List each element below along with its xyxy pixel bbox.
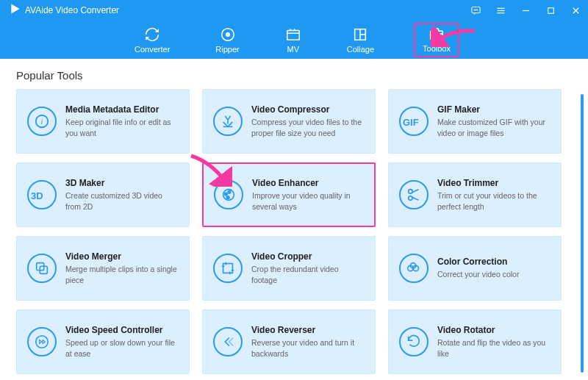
svg-text:GIF: GIF xyxy=(403,117,419,128)
card-text: 3D MakerCreate customized 3D video from … xyxy=(65,178,179,211)
card-text: Video ReverserReverse your video and tur… xyxy=(251,325,365,358)
window-controls xyxy=(467,2,584,18)
svg-text:3D: 3D xyxy=(31,190,43,201)
card-desc: Keep original file info or edit as you w… xyxy=(65,117,179,137)
feedback-button[interactable] xyxy=(467,2,484,18)
nav-ripper[interactable]: Ripper xyxy=(209,24,245,57)
card-desc: Rotate and flip the video as you like xyxy=(437,337,551,358)
video-enhancer-icon xyxy=(214,180,243,209)
tool-card-3d-maker[interactable]: 3D3D MakerCreate customized 3D video fro… xyxy=(16,162,190,227)
svg-text:i: i xyxy=(40,117,43,126)
maximize-button[interactable] xyxy=(542,2,559,18)
nav-collage[interactable]: Collage xyxy=(341,24,380,57)
card-title: GIF Maker xyxy=(437,104,551,115)
svg-rect-9 xyxy=(548,7,553,13)
nav-label: MV xyxy=(287,45,299,54)
video-rotator-icon xyxy=(399,327,429,356)
app-logo: AVAide Video Converter xyxy=(4,3,119,18)
section-title: Popular Tools xyxy=(16,69,572,82)
tool-card-color-correction[interactable]: Color CorrectionCorrect your video color xyxy=(388,236,562,301)
card-desc: Improve your video quality in several wa… xyxy=(252,190,364,211)
minimize-button[interactable] xyxy=(517,2,534,18)
svg-point-30 xyxy=(409,196,413,201)
tools-grid: iMedia Metadata EditorKeep original file… xyxy=(16,89,572,374)
window-header: AVAide Video Converter C xyxy=(0,0,588,59)
card-title: Video Rotator xyxy=(437,325,551,335)
card-text: Video EnhancerImprove your video quality… xyxy=(252,178,364,211)
nav-toolbox[interactable]: Toolbox xyxy=(414,23,459,57)
card-text: Video RotatorRotate and flip the video a… xyxy=(437,325,551,358)
card-title: Video Speed Controller xyxy=(65,325,179,335)
card-title: Video Trimmer xyxy=(437,178,551,188)
tool-card-video-compressor[interactable]: Video CompressorCompress your video file… xyxy=(202,89,376,154)
video-reverser-icon xyxy=(213,327,243,356)
card-desc: Correct your video color xyxy=(437,269,519,279)
tool-card-video-reverser[interactable]: Video ReverserReverse your video and tur… xyxy=(202,309,376,374)
svg-marker-0 xyxy=(12,5,18,13)
card-desc: Create customized 3D video from 2D xyxy=(65,190,179,211)
svg-point-28 xyxy=(226,196,229,199)
tool-card-media-metadata-editor[interactable]: iMedia Metadata EditorKeep original file… xyxy=(16,89,190,154)
tool-card-video-merger[interactable]: Video MergerMerge multiple clips into a … xyxy=(16,236,190,301)
converter-icon xyxy=(144,26,160,43)
card-title: Video Reverser xyxy=(251,325,365,335)
card-title: Color Correction xyxy=(437,257,519,267)
card-title: Media Metadata Editor xyxy=(65,104,179,115)
nav-label: Converter xyxy=(135,45,170,54)
card-desc: Reverse your video and turn it backwards xyxy=(251,337,365,358)
collage-icon xyxy=(352,26,368,43)
svg-rect-35 xyxy=(223,264,233,273)
svg-point-13 xyxy=(226,32,229,36)
app-title: AVAide Video Converter xyxy=(25,5,119,15)
menu-button[interactable] xyxy=(492,2,509,18)
card-desc: Merge multiple clips into a single piece xyxy=(65,264,179,284)
color-correction-icon xyxy=(399,254,429,283)
tool-card-gif-maker[interactable]: GIFGIF MakerMake customized GIF with you… xyxy=(388,89,562,154)
gif-maker-icon: GIF xyxy=(399,107,429,136)
tool-card-video-cropper[interactable]: Video CropperCrop the redundant video fo… xyxy=(202,236,376,301)
card-desc: Compress your video files to the proper … xyxy=(251,117,365,137)
svg-line-32 xyxy=(412,197,419,200)
card-text: Video TrimmerTrim or cut your videos to … xyxy=(437,178,551,211)
card-desc: Make customized GIF with your video or i… xyxy=(437,117,551,137)
card-desc: Speed up or slow down your file at ease xyxy=(65,337,179,358)
tool-card-video-speed-controller[interactable]: Video Speed ControllerSpeed up or slow d… xyxy=(16,309,190,374)
close-button[interactable] xyxy=(567,2,584,18)
svg-rect-18 xyxy=(431,31,443,39)
scrollbar[interactable] xyxy=(581,94,584,373)
card-text: Video Speed ControllerSpeed up or slow d… xyxy=(65,325,179,358)
video-speed-controller-icon xyxy=(27,327,57,356)
tool-card-video-trimmer[interactable]: Video TrimmerTrim or cut your videos to … xyxy=(388,162,562,227)
video-cropper-icon xyxy=(213,254,243,283)
ripper-icon xyxy=(220,26,236,43)
svg-point-4 xyxy=(476,10,477,10)
tool-card-video-rotator[interactable]: Video RotatorRotate and flip the video a… xyxy=(388,309,562,374)
tool-card-video-enhancer[interactable]: Video EnhancerImprove your video quality… xyxy=(202,162,376,227)
nav-converter[interactable]: Converter xyxy=(129,24,176,57)
card-title: Video Cropper xyxy=(251,251,365,262)
card-text: Media Metadata EditorKeep original file … xyxy=(65,104,179,137)
svg-rect-14 xyxy=(287,30,299,40)
svg-point-3 xyxy=(476,10,476,10)
svg-line-31 xyxy=(412,190,419,193)
titlebar: AVAide Video Converter xyxy=(0,0,588,21)
svg-point-29 xyxy=(409,190,413,194)
card-title: Video Compressor xyxy=(251,104,365,115)
nav-label: Collage xyxy=(347,45,374,54)
mv-icon xyxy=(285,26,301,43)
video-compressor-icon xyxy=(213,107,243,136)
video-trimmer-icon xyxy=(399,180,429,209)
card-title: Video Enhancer xyxy=(252,178,364,188)
content-area: Popular Tools iMedia Metadata EditorKeep… xyxy=(0,59,588,380)
nav-label: Toolbox xyxy=(423,44,451,53)
nav-mv[interactable]: MV xyxy=(279,24,307,57)
card-desc: Crop the redundant video footage xyxy=(251,264,365,284)
card-title: Video Merger xyxy=(65,251,179,262)
card-title: 3D Maker xyxy=(65,178,179,188)
card-text: Video CropperCrop the redundant video fo… xyxy=(251,251,365,284)
play-logo-icon xyxy=(9,3,21,18)
card-text: Video CompressorCompress your video file… xyxy=(251,104,365,137)
card-text: GIF MakerMake customized GIF with your v… xyxy=(437,104,551,137)
card-text: Video MergerMerge multiple clips into a … xyxy=(65,251,179,284)
svg-point-26 xyxy=(228,191,231,194)
